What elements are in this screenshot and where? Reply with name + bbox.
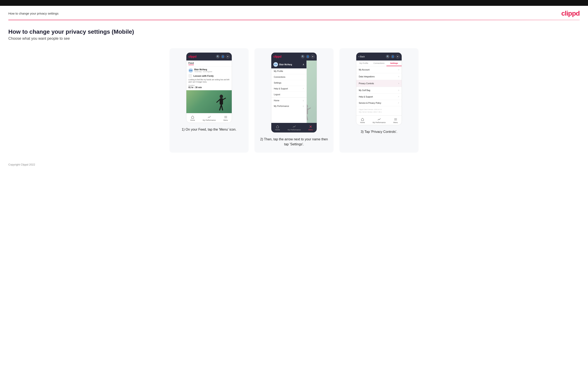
logo: clippd bbox=[561, 9, 580, 17]
settings-item-serviceprivacy[interactable]: Service & Privacy Policy ↗ bbox=[356, 100, 402, 106]
dataintegrations-label: Data Integrations bbox=[359, 75, 375, 78]
performance-icon-3 bbox=[378, 118, 381, 121]
page-heading: How to change your privacy settings (Mob… bbox=[8, 28, 580, 35]
mygolfbag-chevron: › bbox=[398, 89, 399, 92]
version-line2: SQL Server Version: 2022.7.30-1 bbox=[359, 111, 399, 113]
footer: Copyright Clippd 2022 bbox=[0, 159, 588, 170]
search-icon-3: 🔍 bbox=[386, 55, 389, 58]
bottombar2-home: Home bbox=[275, 125, 280, 131]
phone-3: < Back 🔍 👤 ⊕ My Profile Connections Sett… bbox=[356, 52, 402, 125]
myaccount-chevron: › bbox=[398, 68, 399, 71]
ext-icon: ↗ bbox=[303, 88, 304, 90]
phone-1-tabbar: Feed bbox=[186, 60, 232, 67]
tab-myprofile[interactable]: My Profile bbox=[356, 60, 372, 66]
menu-item-myprofile[interactable]: My Profile bbox=[271, 68, 306, 74]
main-content: How to change your privacy settings (Mob… bbox=[0, 20, 588, 157]
profile-icon-3: 👤 bbox=[391, 55, 395, 58]
step-3-card: < Back 🔍 👤 ⊕ My Profile Connections Sett… bbox=[339, 48, 418, 153]
menu-panel: BM Blair McHarg ∧ My Profile Connections bbox=[271, 60, 307, 123]
menu-item-helpsupport[interactable]: Help & Support ↗ bbox=[271, 86, 306, 92]
settings-item-myaccount[interactable]: My Account › bbox=[356, 66, 402, 73]
phone-2-logo: clippd bbox=[273, 55, 281, 58]
feed-username: Blair McHarg bbox=[194, 68, 212, 71]
bottombar3-performance-label: My Performance bbox=[373, 121, 386, 124]
dataintegrations-chevron: › bbox=[398, 75, 399, 78]
step-2-caption: 2) Then, tap the arrow next to your name… bbox=[259, 137, 329, 147]
phone-1-icons: 🔍 👤 ⊕ bbox=[216, 55, 230, 58]
bottombar2-close[interactable]: Menu bbox=[308, 125, 313, 131]
menu-item-logout[interactable]: Logout bbox=[271, 92, 306, 98]
menu-item-connections[interactable]: Connections bbox=[271, 74, 306, 80]
tab-connections[interactable]: Connections bbox=[372, 60, 387, 66]
helpsupport-label: Help & Support bbox=[359, 96, 373, 98]
top-bar bbox=[0, 0, 588, 6]
bottombar-performance-label: My Performance bbox=[203, 119, 216, 121]
menu-item-helpsupport-label: Help & Support bbox=[274, 88, 288, 90]
back-button[interactable]: < Back bbox=[358, 56, 365, 58]
menu-overlay: BM Blair McHarg ∧ My Profile Connections bbox=[271, 60, 317, 123]
settings-list: My Account › Data Integrations › Privacy… bbox=[356, 66, 402, 115]
svg-line-5 bbox=[223, 98, 225, 100]
step-1-card: clippd 🔍 👤 ⊕ Feed BM bbox=[170, 48, 249, 153]
phone-2-icons: 🔍 👤 ⊕ bbox=[301, 55, 315, 58]
home-icon-3 bbox=[361, 118, 364, 121]
serviceprivacy-ext: ↗ bbox=[398, 102, 399, 104]
menu-section-home[interactable]: Home ∨ bbox=[271, 98, 306, 103]
menu-item-settings[interactable]: Settings bbox=[271, 80, 306, 86]
bottombar3-home: Home bbox=[360, 118, 365, 124]
phone-3-navbar: < Back 🔍 👤 ⊕ bbox=[356, 53, 402, 60]
duration-label: Duration bbox=[189, 84, 230, 86]
svg-line-3 bbox=[221, 105, 223, 110]
lesson-icon bbox=[189, 74, 192, 78]
header: How to change your privacy settings clip… bbox=[0, 6, 588, 20]
menu-username: Blair McHarg bbox=[279, 63, 292, 66]
settings-icon: ⊕ bbox=[226, 55, 230, 58]
bottombar2-performance: My Performance bbox=[288, 125, 301, 131]
step-2-card: clippd 🔍 👤 ⊕ bbox=[254, 48, 334, 153]
lesson-title: Lesson with Fordy bbox=[193, 75, 214, 77]
phone-1-logo: clippd bbox=[189, 55, 196, 58]
menu-item-myprofile-label: My Profile bbox=[274, 70, 283, 72]
menu-chevron-icon: ∧ bbox=[303, 63, 304, 66]
page-subheading: Choose what you want people to see bbox=[8, 36, 580, 41]
phone-1: clippd 🔍 👤 ⊕ Feed BM bbox=[186, 52, 232, 123]
bottombar2-performance-label: My Performance bbox=[288, 129, 301, 131]
settings-item-dataintegrations[interactable]: Data Integrations › bbox=[356, 73, 402, 80]
menu-section-home-label: Home bbox=[274, 99, 279, 102]
menu-icon-3 bbox=[394, 118, 397, 121]
phone-1-navbar: clippd 🔍 👤 ⊕ bbox=[186, 53, 232, 60]
settings-item-helpsupport[interactable]: Help & Support ↗ bbox=[356, 94, 402, 100]
settings-item-privacycontrols[interactable]: Privacy Controls › bbox=[356, 80, 402, 87]
settings-item-mygolfbag[interactable]: My Golf Bag › bbox=[356, 87, 402, 94]
menu-item-settings-label: Settings bbox=[274, 82, 281, 84]
golfer-silhouette bbox=[215, 94, 228, 113]
menu-item-connections-label: Connections bbox=[274, 76, 285, 78]
helpsupport-ext: ↗ bbox=[398, 96, 399, 98]
bottombar-menu-label: Menu bbox=[223, 119, 228, 121]
duration-val: 01 hr : 30 min bbox=[189, 86, 230, 89]
search-icon-2: 🔍 bbox=[301, 55, 305, 58]
bottombar3-menu-label: Menu bbox=[393, 121, 398, 124]
bottombar2-close-label: Menu bbox=[308, 129, 313, 131]
settings-icon-3: ⊕ bbox=[396, 55, 399, 58]
tab-settings[interactable]: Settings bbox=[386, 60, 402, 66]
bottombar3-menu: Menu bbox=[393, 118, 398, 124]
search-icon: 🔍 bbox=[216, 55, 220, 58]
feed-user-info: Blair McHarg Yesterday · Sunningdale bbox=[194, 68, 212, 73]
phone-1-bottombar: Home My Performance Menu bbox=[186, 113, 232, 123]
bottombar-performance: My Performance bbox=[203, 115, 216, 121]
phone-2-bottombar: Home My Performance Menu bbox=[271, 123, 317, 133]
menu-section-performance-label: My Performance bbox=[274, 105, 289, 107]
menu-section-performance[interactable]: My Performance ∨ bbox=[271, 103, 306, 109]
feed-user-row: BM Blair McHarg Yesterday · Sunningdale bbox=[189, 68, 230, 73]
close-icon bbox=[309, 125, 312, 128]
feed-desc: Looking to feel like my hands are exitin… bbox=[189, 79, 230, 83]
phone-2-navbar: clippd 🔍 👤 ⊕ bbox=[271, 53, 317, 60]
home-chevron-icon: ∨ bbox=[303, 99, 304, 102]
mygolfbag-label: My Golf Bag bbox=[359, 89, 370, 92]
performance-icon-2 bbox=[293, 125, 296, 128]
feed-tab: Feed bbox=[189, 62, 194, 65]
feed-post: BM Blair McHarg Yesterday · Sunningdale … bbox=[186, 67, 232, 90]
phone-3-icons: 🔍 👤 ⊕ bbox=[386, 55, 399, 58]
phone-2-content: BM Blair McHarg ∧ My Profile Connections bbox=[271, 60, 317, 123]
